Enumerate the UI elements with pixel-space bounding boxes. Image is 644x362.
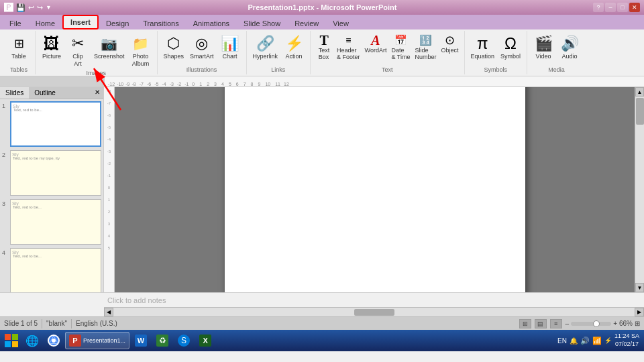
scroll-down-btn[interactable]: ▼ — [635, 283, 644, 292]
scroll-left-btn[interactable]: ◀ — [104, 308, 113, 316]
slide-thumb-2[interactable]: Sly Text, red to be my type, ity — [10, 150, 101, 196]
zoom-slider[interactable] — [571, 322, 611, 326]
wordart-button[interactable]: A WordArt — [364, 32, 388, 55]
tab-slideshow[interactable]: Slide Show — [237, 17, 287, 29]
picture-button[interactable]: 🖼 Picture — [40, 32, 64, 61]
tab-design[interactable]: Design — [99, 17, 136, 29]
zoom-level: 66% — [619, 320, 633, 327]
slides-tab[interactable]: Slides — [0, 87, 29, 99]
hyperlink-label: Hyperlink — [253, 53, 278, 60]
help-btn[interactable]: ? — [593, 3, 604, 12]
h-scroll-track[interactable] — [113, 308, 635, 316]
slide-thumb-3[interactable]: Sly Text, red to be... — [10, 199, 101, 245]
smartart-button[interactable]: ◎ SmartArt — [188, 32, 216, 61]
header-label: Header& Footer — [337, 47, 360, 60]
minimize-btn[interactable]: – — [605, 3, 616, 12]
photoalbum-button[interactable]: 📁 PhotoAlbum — [129, 32, 153, 68]
maximize-btn[interactable]: □ — [617, 3, 628, 12]
h-scroll-thumb[interactable] — [354, 309, 394, 316]
symbol-icon: Ω — [501, 34, 520, 53]
equation-button[interactable]: π Equation — [469, 32, 497, 61]
scroll-thumb[interactable] — [636, 98, 644, 125]
symbol-button[interactable]: Ω Symbol — [498, 32, 523, 61]
action-button[interactable]: ⚡ Action — [282, 32, 306, 61]
panel-close-btn[interactable]: ✕ — [91, 87, 103, 99]
quick-more-btn[interactable]: ▼ — [46, 4, 52, 11]
header-button[interactable]: ≡ Header& Footer — [335, 32, 362, 62]
table-button[interactable]: ⊞ Table — [7, 32, 31, 61]
slidenumber-button[interactable]: 🔢 SlideNumber — [413, 32, 437, 62]
quick-save-btn[interactable]: 💾 — [16, 3, 25, 12]
outline-tab[interactable]: Outline — [29, 87, 61, 99]
slide-content-4: Text, red to be... — [13, 254, 99, 258]
images-group-label: Images — [87, 68, 107, 76]
tab-file[interactable]: File — [3, 17, 28, 29]
slide-thumb-4[interactable]: Sly Text, red to be... — [10, 248, 101, 292]
taskbar-app-ie[interactable]: 🌐 — [22, 332, 42, 349]
screenshot-button[interactable]: 📷 Screenshot — [92, 32, 127, 61]
slide-canvas-area[interactable] — [115, 87, 635, 292]
notes-area[interactable]: Click to add notes — [0, 292, 644, 307]
taskbar-app-chrome[interactable] — [44, 332, 64, 349]
scroll-track[interactable] — [635, 97, 644, 283]
object-label: Object — [441, 47, 458, 54]
slide-sorter-btn[interactable]: ▤ — [535, 319, 547, 328]
ribbon-group-tables: ⊞ Table Tables — [3, 31, 36, 74]
reading-view-btn[interactable]: ≡ — [550, 319, 562, 328]
tab-review[interactable]: Review — [288, 17, 325, 29]
tab-home[interactable]: Home — [29, 17, 62, 29]
skype-icon: S — [178, 335, 190, 347]
action-icon: ⚡ — [284, 34, 303, 53]
clock-date: 07/02/17 — [614, 341, 639, 349]
normal-view-btn[interactable]: ⊞ — [519, 319, 531, 328]
scroll-up-btn[interactable]: ▲ — [635, 87, 644, 97]
quick-redo-btn[interactable]: ↪ — [37, 3, 43, 12]
horizontal-ruler: -12 -10 -9 -8 -7 -6 -5 -4 -3 -2 -1 0 1 2… — [104, 76, 644, 87]
taskbar-app-powerpoint[interactable]: P Presentation1... — [65, 332, 129, 349]
illustrations-group-label: Illustrations — [186, 65, 217, 73]
close-btn[interactable]: ✕ — [629, 3, 640, 12]
slides-list: 1 Sly Text, red to be... 2 Sly Text, red… — [0, 99, 103, 292]
taskbar-app-green[interactable]: ♻ — [152, 332, 172, 349]
green-icon: ♻ — [156, 335, 168, 347]
symbol-label: Symbol — [500, 53, 521, 60]
textbox-button[interactable]: T TextBox — [315, 32, 333, 62]
taskbar-app-skype[interactable]: S — [174, 332, 194, 349]
scroll-right-btn[interactable]: ▶ — [635, 308, 644, 316]
zoom-in-btn[interactable]: + — [613, 320, 617, 327]
chart-button[interactable]: 📊 Chart — [218, 32, 242, 61]
video-button[interactable]: 🎬 Video — [531, 32, 555, 61]
status-bar: Slide 1 of 5 "blank" English (U.S.) ⊞ ▤ … — [0, 316, 644, 330]
clipart-button[interactable]: ✂ ClipArt — [66, 32, 90, 68]
slide-canvas[interactable] — [225, 87, 525, 292]
zoom-fit-btn[interactable]: ⊞ — [635, 320, 640, 327]
taskbar-clock[interactable]: 11:24 SA 07/02/17 — [614, 333, 639, 348]
systray-icon-3: 📶 — [592, 337, 602, 345]
tab-insert[interactable]: Insert — [62, 15, 99, 29]
start-button[interactable] — [2, 331, 21, 350]
quick-undo-btn[interactable]: ↩ — [28, 3, 34, 12]
language-name: English (U.S.) — [76, 320, 117, 327]
tab-animations[interactable]: Animations — [186, 17, 236, 29]
slide-item-2[interactable]: 2 Sly Text, red to be my type, ity — [2, 150, 101, 196]
taskbar-app-excel[interactable]: X — [195, 332, 215, 349]
slide-thumb-1[interactable]: Sly Text, red to be... — [10, 101, 101, 147]
datetime-button[interactable]: 📅 Date& Time — [390, 32, 411, 62]
slide-item-3[interactable]: 3 Sly Text, red to be... — [2, 199, 101, 245]
tab-view[interactable]: View — [326, 17, 356, 29]
symbols-group-label: Symbols — [484, 65, 508, 73]
shapes-button[interactable]: ⬡ Shapes — [162, 32, 186, 61]
slide-num-2: 2 — [2, 150, 10, 158]
shapes-icon: ⬡ — [164, 34, 183, 53]
audio-button[interactable]: 🔊 Audio — [557, 32, 582, 61]
object-button[interactable]: ⊙ Object — [439, 32, 460, 55]
taskbar-app-word[interactable]: W — [131, 332, 151, 349]
zoom-out-btn[interactable]: – — [566, 320, 570, 327]
quick-access-toolbar: 🅿 💾 ↩ ↪ ▼ — [4, 2, 52, 13]
slide-item-1[interactable]: 1 Sly Text, red to be... — [2, 101, 101, 147]
hyperlink-button[interactable]: 🔗 Hyperlink — [251, 32, 280, 61]
tab-transitions[interactable]: Transitions — [136, 17, 185, 29]
zoom-slider-thumb[interactable] — [593, 320, 600, 327]
language-indicator[interactable]: EN — [557, 337, 567, 345]
slide-item-4[interactable]: 4 Sly Text, red to be... — [2, 248, 101, 292]
